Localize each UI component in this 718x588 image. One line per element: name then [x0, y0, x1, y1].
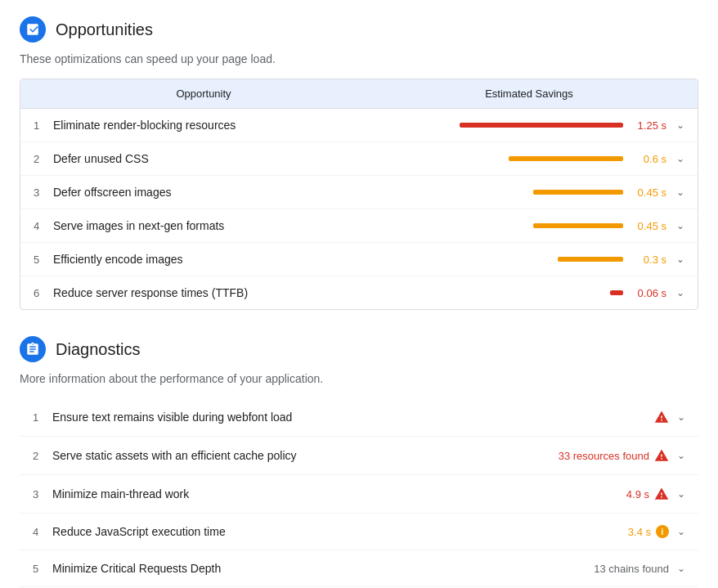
opportunities-table: Opportunity Estimated Savings 1 Eliminat… — [20, 79, 698, 310]
row-number: 1 — [34, 119, 53, 132]
table-row: 1 Eliminate render-blocking resources 1.… — [20, 109, 698, 142]
row-label: Reduce server response times (TTFB) — [53, 286, 374, 299]
row-info: 13 chains found ⌄ — [594, 563, 685, 575]
row-savings: 1.25 s ⌄ — [374, 119, 684, 132]
row-info: 4.9 s ⌄ — [626, 487, 685, 501]
row-number: 5 — [33, 563, 52, 575]
savings-bar — [533, 223, 623, 228]
row-savings: 0.06 s ⌄ — [374, 287, 684, 299]
row-label: Eliminate render-blocking resources — [53, 119, 374, 132]
table-row: 5 Efficiently encode images 0.3 s ⌄ — [20, 243, 698, 276]
opportunities-header: Opportunities — [20, 16, 698, 43]
diagnostics-subtitle: More information about the performance o… — [20, 372, 698, 385]
diagnostics-section: Diagnostics More information about the p… — [20, 336, 698, 587]
savings-bar — [610, 290, 623, 295]
table-row: 6 Reduce server response times (TTFB) 0.… — [20, 276, 698, 309]
chevron-down-icon[interactable]: ⌄ — [677, 411, 685, 423]
diag-value: 33 resources found — [559, 450, 649, 462]
row-info: ⌄ — [654, 410, 685, 424]
savings-value: 0.45 s — [630, 186, 666, 199]
diag-value: 4.9 s — [626, 488, 649, 500]
warning-triangle-icon — [654, 448, 669, 463]
diagnostics-header: Diagnostics — [20, 336, 698, 362]
table-row: 3 Defer offscreen images 0.45 s ⌄ — [20, 176, 698, 209]
savings-bar — [460, 123, 623, 128]
chevron-down-icon[interactable]: ⌄ — [676, 220, 684, 231]
row-savings: 0.6 s ⌄ — [374, 153, 684, 165]
row-label: Efficiently encode images — [53, 253, 374, 266]
savings-bar-container — [533, 223, 623, 228]
row-savings: 0.45 s ⌄ — [374, 186, 684, 199]
row-number: 5 — [34, 254, 53, 266]
chevron-down-icon[interactable]: ⌄ — [677, 488, 685, 500]
row-label: Minimize main-thread work — [52, 487, 626, 500]
savings-bar-container — [509, 156, 623, 161]
warning-triangle-icon — [654, 487, 669, 501]
row-number: 2 — [33, 450, 52, 462]
diag-value: 3.4 s — [628, 526, 651, 538]
savings-bar-container — [558, 257, 623, 262]
savings-value: 0.45 s — [630, 220, 666, 232]
diag-row: 1 Ensure text remains visible during web… — [20, 398, 698, 437]
table-row: 2 Defer unused CSS 0.6 s ⌄ — [20, 142, 698, 176]
row-number: 3 — [33, 488, 52, 500]
savings-bar-container — [533, 190, 623, 195]
chevron-down-icon[interactable]: ⌄ — [676, 287, 684, 298]
chevron-down-icon[interactable]: ⌄ — [676, 153, 684, 164]
col-header-opportunity: Opportunity — [34, 88, 374, 100]
chevron-down-icon[interactable]: ⌄ — [676, 119, 684, 131]
row-label: Minimize Critical Requests Depth — [52, 562, 594, 575]
row-label: Serve images in next-gen formats — [53, 219, 374, 232]
row-label: Defer unused CSS — [53, 152, 374, 165]
row-number: 4 — [34, 220, 53, 232]
chevron-down-icon[interactable]: ⌄ — [676, 254, 684, 265]
savings-bar-container — [610, 290, 623, 295]
savings-bar — [509, 156, 623, 161]
row-info: 33 resources found ⌄ — [559, 448, 685, 463]
row-number: 3 — [34, 186, 53, 199]
row-label: Ensure text remains visible during webfo… — [52, 411, 654, 424]
savings-bar-container — [460, 123, 623, 128]
chevron-down-icon[interactable]: ⌄ — [677, 450, 685, 461]
warning-triangle-icon — [654, 410, 669, 424]
row-number: 2 — [34, 153, 53, 165]
row-number: 6 — [34, 287, 53, 299]
opportunities-title: Opportunities — [56, 20, 153, 39]
diag-row: 2 Serve static assets with an efficient … — [20, 437, 698, 475]
row-number: 1 — [33, 411, 52, 424]
row-label: Defer offscreen images — [53, 186, 374, 199]
savings-value: 0.3 s — [630, 254, 666, 266]
opportunities-subtitle: These optimizations can speed up your pa… — [20, 52, 698, 65]
savings-value: 0.6 s — [630, 153, 666, 165]
row-savings: 0.45 s ⌄ — [374, 220, 684, 232]
savings-bar — [558, 257, 623, 262]
chevron-down-icon[interactable]: ⌄ — [677, 563, 685, 574]
savings-value: 0.06 s — [630, 287, 666, 299]
diag-row: 4 Reduce JavaScript execution time 3.4 s… — [20, 514, 698, 550]
row-savings: 0.3 s ⌄ — [374, 254, 684, 266]
row-label: Serve static assets with an efficient ca… — [52, 449, 559, 462]
info-circle-icon: i — [656, 525, 669, 538]
savings-value: 1.25 s — [630, 119, 666, 132]
chevron-down-icon[interactable]: ⌄ — [676, 186, 684, 198]
diagnostics-icon — [20, 336, 46, 362]
row-label: Reduce JavaScript execution time — [52, 525, 628, 538]
row-number: 4 — [33, 526, 52, 538]
diag-row: 3 Minimize main-thread work 4.9 s ⌄ — [20, 475, 698, 514]
chevron-down-icon[interactable]: ⌄ — [677, 526, 685, 537]
diag-row: 5 Minimize Critical Requests Depth 13 ch… — [20, 550, 698, 587]
table-row: 4 Serve images in next-gen formats 0.45 … — [20, 209, 698, 243]
col-header-savings: Estimated Savings — [374, 88, 684, 100]
table-header-row: Opportunity Estimated Savings — [20, 79, 698, 109]
diag-value: 13 chains found — [594, 563, 669, 575]
row-info: 3.4 s i ⌄ — [628, 525, 685, 538]
opportunities-icon — [20, 16, 46, 43]
savings-bar — [533, 190, 623, 195]
diagnostics-title: Diagnostics — [56, 340, 140, 359]
